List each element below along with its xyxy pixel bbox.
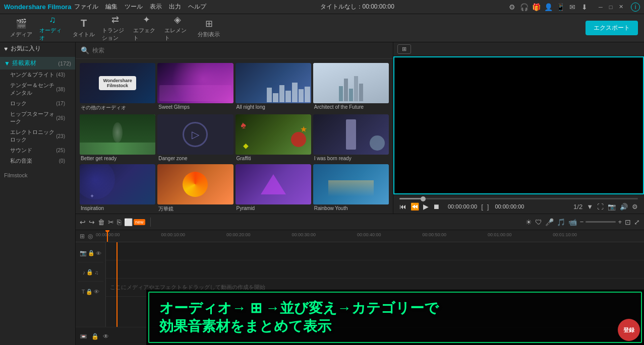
copy-icon[interactable]: ⎘ bbox=[117, 218, 121, 226]
lock-icon[interactable]: 🔒 bbox=[88, 250, 95, 256]
video-icon[interactable]: 📹 bbox=[568, 218, 577, 226]
audio-icon[interactable]: 🎵 bbox=[557, 218, 565, 226]
add-track-icon[interactable]: 📼 bbox=[80, 333, 87, 340]
list-item[interactable]: Architect of the Future bbox=[313, 63, 389, 112]
time-display: 00:00:00:00 bbox=[448, 203, 477, 210]
sidebar-item-favorites[interactable]: ♥ お気に入り bbox=[0, 42, 75, 55]
list-item[interactable]: 万華鏡 bbox=[157, 164, 233, 214]
close-button[interactable]: ✕ bbox=[617, 3, 625, 11]
eye-all-icon[interactable]: 👁 bbox=[103, 333, 109, 340]
stop-button[interactable]: ⏹ bbox=[433, 202, 440, 211]
bracket-left-icon[interactable]: [ bbox=[481, 203, 483, 211]
zoom-slider[interactable] bbox=[586, 221, 616, 223]
preview-progress-bar[interactable] bbox=[399, 198, 638, 199]
tool-media[interactable]: 🎬 メディア bbox=[6, 16, 36, 40]
sidebar-item-young[interactable]: ヤング＆ブライト (43) bbox=[0, 70, 75, 80]
undo-icon[interactable]: ↩ bbox=[80, 218, 86, 226]
email-icon[interactable]: ✉ bbox=[568, 3, 576, 11]
play-button[interactable]: ▶ bbox=[423, 202, 429, 211]
frame-back-button[interactable]: ⏪ bbox=[411, 202, 419, 211]
list-item[interactable]: WondershareFilmstock その他のオーディオ bbox=[80, 63, 155, 112]
trim-icon[interactable]: ⬜new bbox=[124, 218, 145, 226]
menu-output[interactable]: 出力 bbox=[169, 3, 181, 11]
expand-icon[interactable]: ⤢ bbox=[634, 218, 640, 226]
ratio-dropdown[interactable]: ▼ bbox=[587, 203, 593, 211]
account-icon[interactable]: 👤 bbox=[544, 3, 552, 11]
text-icon[interactable]: T bbox=[82, 289, 85, 295]
eye-icon[interactable]: 👁 bbox=[94, 289, 99, 295]
eye-icon[interactable]: 👁 bbox=[96, 250, 101, 256]
magnet-icon[interactable]: ◎ bbox=[88, 233, 93, 240]
info-icon[interactable]: i bbox=[631, 3, 640, 12]
bracket-right-icon[interactable]: ] bbox=[487, 203, 489, 211]
list-item[interactable]: Sweet Glimps bbox=[157, 63, 233, 112]
timeline-ruler: 00:00:00:00 00:00:10:00 00:00:20:00 00:0… bbox=[96, 230, 640, 242]
tool-audio[interactable]: ♫ オーディオ bbox=[37, 16, 68, 40]
brightness-icon[interactable]: ☀ bbox=[525, 218, 532, 226]
preview-video bbox=[393, 56, 644, 194]
list-item[interactable]: Rainbow Youth bbox=[313, 164, 389, 214]
cut-icon[interactable]: ✂ bbox=[108, 218, 114, 226]
list-item[interactable]: ♠ ★ ◆ Graffiti bbox=[236, 114, 311, 162]
list-item[interactable]: ✦ Inspiration bbox=[80, 164, 155, 214]
camera-icon[interactable]: 📷 bbox=[80, 250, 87, 256]
media-thumb-inspiration: ✦ bbox=[80, 164, 155, 204]
lock-all-icon[interactable]: 🔒 bbox=[91, 333, 99, 340]
tool-effect[interactable]: ✦ エフェクト bbox=[131, 16, 161, 40]
gift-icon[interactable]: 🎁 bbox=[532, 3, 540, 11]
menu-tools[interactable]: ツール bbox=[125, 3, 143, 11]
snapshot-icon[interactable]: 📷 bbox=[608, 203, 616, 211]
sort-button[interactable]: ⊞ bbox=[397, 44, 411, 54]
redo-icon[interactable]: ↪ bbox=[89, 218, 95, 226]
export-button[interactable]: エクスポート bbox=[586, 21, 638, 35]
fit-icon[interactable]: ⊡ bbox=[625, 218, 631, 226]
headphone-icon[interactable]: 🎧 bbox=[520, 3, 528, 11]
media-item-label: I was born ready bbox=[313, 155, 389, 162]
menu-view[interactable]: 表示 bbox=[150, 3, 162, 11]
tool-title[interactable]: T タイトル bbox=[69, 16, 99, 40]
lock-icon[interactable]: 🔒 bbox=[86, 289, 93, 295]
list-item[interactable]: All night long bbox=[236, 63, 311, 112]
search-input[interactable] bbox=[92, 47, 388, 54]
sidebar-item-sound[interactable]: サウンド (25) bbox=[0, 145, 75, 156]
sidebar-item-hipster[interactable]: ヒップスターフォーク (26) bbox=[0, 109, 75, 127]
minimize-button[interactable]: ─ bbox=[597, 3, 605, 11]
list-item[interactable]: Pyramid bbox=[236, 164, 311, 214]
tool-element[interactable]: ◈ エレメント bbox=[162, 16, 193, 40]
sidebar-item-electronic[interactable]: エレクトロニックロック (23) bbox=[0, 127, 75, 145]
preview-progress-thumb bbox=[421, 196, 426, 201]
settings-icon[interactable]: ⚙ bbox=[632, 203, 638, 211]
note-icon[interactable]: ♫ bbox=[94, 269, 98, 275]
menu-file[interactable]: ファイル bbox=[74, 3, 98, 11]
lock-icon[interactable]: 🔒 bbox=[86, 269, 93, 275]
download-icon[interactable]: ⬇ bbox=[580, 3, 589, 11]
tool-transition[interactable]: ⇄ トランジション bbox=[100, 16, 130, 40]
delete-icon[interactable]: 🗑 bbox=[98, 218, 105, 226]
register-badge[interactable]: 登録 bbox=[618, 319, 640, 341]
preview-progress-fill bbox=[399, 198, 423, 199]
list-item[interactable]: I was born ready bbox=[313, 114, 389, 162]
volume-icon[interactable]: 🔊 bbox=[620, 203, 628, 211]
zoom-in-icon[interactable]: + bbox=[618, 218, 622, 226]
sidebar-item-rock[interactable]: ロック (17) bbox=[0, 98, 75, 109]
tool-split[interactable]: ⊞ 分割表示 bbox=[194, 16, 224, 40]
sidebar-brand[interactable]: Filmstock bbox=[0, 168, 75, 182]
menu-help[interactable]: ヘルプ bbox=[188, 3, 206, 11]
snap-icon[interactable]: ⊞ bbox=[80, 233, 85, 240]
list-item[interactable]: Better get ready bbox=[80, 114, 155, 162]
sidebar-item-mymusic[interactable]: 私の音楽 (0) bbox=[0, 156, 75, 166]
list-item[interactable]: ▷ Danger zone bbox=[157, 114, 233, 162]
zoom-out-icon[interactable]: − bbox=[580, 218, 584, 226]
mic-icon[interactable]: 🎤 bbox=[545, 218, 554, 226]
shield-icon[interactable]: 🛡 bbox=[535, 218, 542, 226]
settings-icon[interactable]: ⚙ bbox=[508, 3, 516, 11]
speaker-icon[interactable]: ♪ bbox=[83, 269, 86, 275]
maximize-button[interactable]: □ bbox=[607, 3, 615, 11]
notification-icon[interactable]: 📱 bbox=[556, 3, 564, 11]
sidebar-item-stock[interactable]: ▼ 搭載素材 (172) bbox=[0, 57, 75, 70]
step-back-button[interactable]: ⏮ bbox=[399, 202, 406, 211]
content-top: 🔍 WondershareFilmstock その他のオーディオ bbox=[76, 42, 644, 214]
fullscreen-icon[interactable]: ⛶ bbox=[597, 203, 604, 211]
menu-edit[interactable]: 編集 bbox=[105, 3, 118, 11]
sidebar-item-tender[interactable]: テンダー＆センチメンタル (38) bbox=[0, 80, 75, 98]
